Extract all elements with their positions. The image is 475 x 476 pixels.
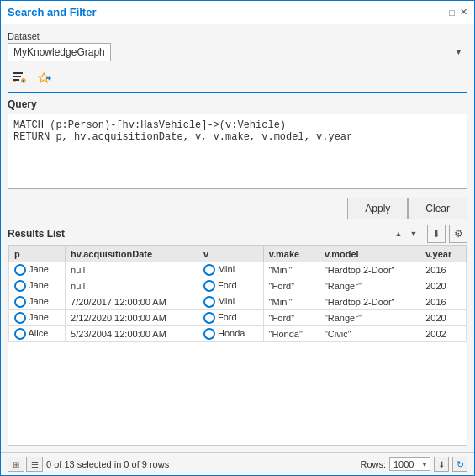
node-circle-icon <box>14 264 26 276</box>
col-header-vmodel: v.model <box>319 246 420 262</box>
results-table-wrapper: p hv.acquisitionDate v v.make v.model v.… <box>8 245 467 446</box>
table-row[interactable]: Janenull Ford"Ford""Ranger"2020 <box>9 278 467 294</box>
footer-view-icons: ⊞ ☰ <box>8 457 43 472</box>
node-circle-icon <box>203 312 215 324</box>
results-table: p hv.acquisitionDate v v.make v.model v.… <box>8 246 467 342</box>
node-circle-icon <box>14 296 26 308</box>
dataset-select[interactable]: MyKnowledgeGraph <box>8 43 111 61</box>
col-header-vmake: v.make <box>263 246 319 262</box>
results-header: Results List ▲ ▼ ⬇ ⚙ <box>8 225 467 243</box>
results-action-icons: ▲ ▼ ⬇ ⚙ <box>392 225 467 243</box>
col-header-vyear: v.year <box>420 246 467 262</box>
clear-button[interactable]: Clear <box>408 198 467 219</box>
svg-rect-1 <box>13 76 21 77</box>
title-bar: Search and Filter − □ ✕ <box>1 1 474 24</box>
window-title: Search and Filter <box>8 6 96 19</box>
table-row[interactable]: Alice5/23/2004 12:00:00 AM Honda"Honda""… <box>9 326 467 342</box>
svg-rect-0 <box>13 72 23 74</box>
nav-arrows: ▲ ▼ <box>392 227 420 241</box>
scroll-down-btn[interactable]: ⬇ <box>434 457 449 472</box>
refresh-btn[interactable]: ↻ <box>452 457 467 472</box>
button-row: Apply Clear <box>8 194 467 219</box>
query-builder-icon[interactable] <box>8 68 31 88</box>
selection-status: 0 of 13 selected in 0 of 9 rows <box>46 459 169 469</box>
maximize-button[interactable]: □ <box>449 8 455 18</box>
footer-left: ⊞ ☰ 0 of 13 selected in 0 of 9 rows <box>8 457 169 472</box>
node-circle-icon <box>14 312 26 324</box>
table-scroll[interactable]: p hv.acquisitionDate v v.make v.model v.… <box>8 246 467 445</box>
window-controls: − □ ✕ <box>439 7 467 18</box>
node-circle-icon <box>14 280 26 292</box>
table-row[interactable]: Janenull Mini"Mini""Hardtop 2-Door"2016 <box>9 262 467 278</box>
results-title: Results List <box>8 228 65 240</box>
settings-icon[interactable]: ⚙ <box>449 225 467 243</box>
node-circle-icon <box>203 280 215 292</box>
node-circle-icon <box>203 264 215 276</box>
results-section: Results List ▲ ▼ ⬇ ⚙ p <box>8 225 467 446</box>
table-body: Janenull Mini"Mini""Hardtop 2-Door"2016 … <box>9 262 467 342</box>
table-view-icon[interactable]: ⊞ <box>8 457 24 472</box>
col-header-v: v <box>198 246 263 262</box>
dataset-label: Dataset <box>8 31 467 41</box>
query-label: Query <box>8 98 467 110</box>
list-view-icon[interactable]: ☰ <box>26 457 43 472</box>
download-icon[interactable]: ⬇ <box>427 225 446 243</box>
minimize-button[interactable]: − <box>439 8 444 18</box>
close-button[interactable]: ✕ <box>460 7 467 18</box>
table-row[interactable]: Jane2/12/2020 12:00:00 AM Ford"Ford""Ran… <box>9 310 467 326</box>
query-input[interactable] <box>8 114 467 189</box>
rows-label: Rows: <box>360 459 386 469</box>
up-arrow-icon[interactable]: ▲ <box>392 227 405 241</box>
svg-rect-2 <box>13 79 19 81</box>
table-row[interactable]: Jane7/20/2017 12:00:00 AM Mini"Mini""Har… <box>9 294 467 310</box>
col-header-hv-acquisitiondate: hv.acquisitionDate <box>66 246 198 262</box>
toolbar <box>8 66 467 93</box>
node-circle-icon <box>203 296 215 308</box>
table-header: p hv.acquisitionDate v v.make v.model v.… <box>9 246 467 262</box>
search-filter-window: Search and Filter − □ ✕ Dataset MyKnowle… <box>0 0 475 476</box>
node-circle-icon <box>203 328 215 340</box>
col-header-p: p <box>9 246 66 262</box>
query-section: Query <box>8 98 467 189</box>
footer-right: Rows: 1000 ⬇ ↻ <box>360 457 467 472</box>
dataset-section: Dataset MyKnowledgeGraph <box>8 31 467 61</box>
apply-button[interactable]: Apply <box>347 198 408 219</box>
node-circle-icon <box>14 328 26 340</box>
rows-select[interactable]: 1000 <box>389 457 430 471</box>
dataset-wrapper: MyKnowledgeGraph <box>8 43 467 61</box>
rows-select-wrapper: 1000 <box>389 457 430 471</box>
footer: ⊞ ☰ 0 of 13 selected in 0 of 9 rows Rows… <box>1 452 474 475</box>
back-query-icon[interactable] <box>33 68 56 88</box>
main-content: Dataset MyKnowledgeGraph <box>1 24 474 452</box>
down-arrow-icon[interactable]: ▼ <box>407 227 420 241</box>
